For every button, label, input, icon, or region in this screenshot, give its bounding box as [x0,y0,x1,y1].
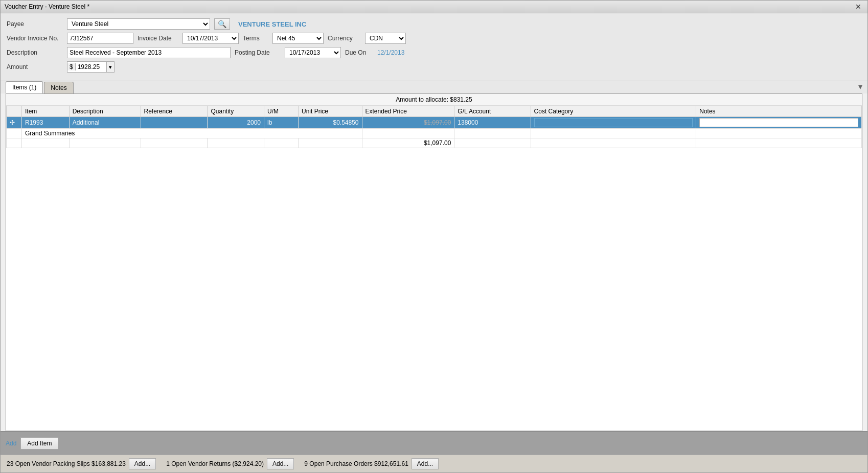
packing-slips-text: 23 Open Vendor Packing Slips $163,881.23 [7,460,126,467]
add-item-button[interactable]: Add Item [20,437,58,450]
tab-items[interactable]: Items (1) [6,81,43,93]
cell-item[interactable]: R1993 [22,117,70,129]
col-header-description: Description [69,106,141,117]
grand-total-empty3 [69,138,141,148]
grand-total-empty9 [531,138,696,148]
grand-summaries-icon [7,129,22,138]
packing-slips-add-button[interactable]: Add... [129,458,156,469]
payee-select[interactable]: Venture Steel [67,18,210,30]
amount-row: Amount $ 1928.25 ▼ [7,61,861,73]
payee-label: Payee [7,20,63,28]
currency-wrapper: CDN [365,33,406,44]
main-window: Voucher Entry - Venture Steel * ✕ Payee … [0,0,868,473]
amount-arrow[interactable]: ▼ [106,62,114,72]
cell-um[interactable]: lb [264,117,298,129]
vendor-invoice-input[interactable] [67,33,133,44]
amount-prefix: $ [67,63,76,70]
terms-label: Terms [243,35,268,42]
grand-summaries-spacer4 [696,129,862,138]
cell-extended-price[interactable]: $1,097.00 [362,117,454,129]
posting-date-wrapper: 10/17/2013 [285,47,341,58]
vendor-returns-status: 1 Open Vendor Returns ($2,924.20) Add... [166,458,294,469]
due-on-value: 12/1/2013 [377,49,404,56]
vendor-name: VENTURE STEEL INC [238,20,306,28]
tab-expand-icon[interactable]: ▾ [858,82,862,91]
tab-items-label: Items (1) [12,84,36,91]
terms-wrapper: Net 45 [272,33,324,44]
table-row[interactable]: ✣ R1993 Additional 2000 lb $0.54850 $1,0… [7,117,862,129]
amount-wrapper: $ 1928.25 ▼ [67,61,115,73]
posting-date-select[interactable]: 10/17/2013 [285,47,341,58]
bottom-toolbar: Add Add Item [1,431,867,455]
packing-slips-status: 23 Open Vendor Packing Slips $163,881.23… [7,458,156,469]
allocate-text: Amount to allocate: $831.25 [396,96,472,103]
row-icon-cell: ✣ [7,117,22,129]
cell-description[interactable]: Additional [69,117,141,129]
grand-total-empty6 [264,138,298,148]
grand-total-empty7 [299,138,362,148]
grand-total-empty2 [22,138,70,148]
col-header-cost-category: Cost Category [531,106,696,117]
cell-gl-account[interactable]: 138000 [454,117,531,129]
purchase-orders-add-button[interactable]: Add... [412,458,439,469]
payee-row: Payee Venture Steel 🔍 VENTURE STEEL INC [7,18,861,30]
col-header-icon [7,106,22,117]
cell-cost-category[interactable] [531,117,696,129]
grand-summaries-spacer2 [454,129,531,138]
col-header-extended-price: Extended Price [362,106,454,117]
description-label: Description [7,49,63,56]
cost-category-input[interactable] [534,118,693,127]
amount-label: Amount [7,63,63,70]
cell-quantity[interactable]: 2000 [208,117,264,129]
tab-notes[interactable]: Notes [44,82,73,93]
grand-summaries-label: Grand Summaries [22,129,362,138]
col-header-reference: Reference [141,106,208,117]
cell-unit-price[interactable]: $0.54850 [299,117,362,129]
grand-total-empty5 [208,138,264,148]
add-link[interactable]: Add [6,440,16,447]
grand-total-empty4 [141,138,208,148]
title-bar: Voucher Entry - Venture Steel * ✕ [1,1,867,13]
cell-reference[interactable] [141,117,208,129]
col-header-item: Item [22,106,70,117]
notes-input[interactable] [699,118,858,127]
grand-total-value: $1,097.00 [362,138,454,148]
window-title: Voucher Entry - Venture Steel * [5,3,89,10]
terms-select[interactable]: Net 45 [272,33,324,44]
invoice-date-label: Invoice Date [138,35,178,42]
invoice-date-wrapper: 10/17/2013 [182,33,239,44]
bottom-status: 23 Open Vendor Packing Slips $163,881.23… [1,455,867,472]
description-row: Description Posting Date 10/17/2013 Due … [7,47,861,58]
grand-total-empty10 [696,138,862,148]
invoice-date-select[interactable]: 10/17/2013 [182,33,239,44]
content-area: Amount to allocate: $831.25 Item Descrip… [6,93,862,431]
form-area: Payee Venture Steel 🔍 VENTURE STEEL INC … [1,13,867,81]
col-header-gl-account: G/L Account [454,106,531,117]
vendor-invoice-label: Vendor Invoice No. [7,35,63,42]
vendor-lookup-button[interactable]: 🔍 [214,18,230,30]
purchase-orders-status: 9 Open Purchase Orders $912,651.61 Add..… [304,458,439,469]
col-header-unit-price: Unit Price [299,106,362,117]
col-header-quantity: Quantity [208,106,264,117]
col-header-notes: Notes [696,106,862,117]
grand-total-row: $1,097.00 [7,138,862,148]
amount-value: 1928.25 [76,63,106,70]
grid-container[interactable]: Item Description Reference Quantity U/M … [6,106,862,431]
items-grid: Item Description Reference Quantity U/M … [6,106,862,148]
grand-total-empty8 [454,138,531,148]
description-input[interactable] [67,47,231,58]
row-expand-icon[interactable]: ✣ [10,119,15,126]
cell-notes[interactable] [696,117,862,129]
grand-summaries-row: Grand Summaries [7,129,862,138]
close-button[interactable]: ✕ [853,3,863,11]
grand-summaries-spacer3 [531,129,696,138]
posting-date-label: Posting Date [235,49,281,56]
due-on-label: Due On [345,49,373,56]
grand-summaries-spacer [362,129,454,138]
currency-select[interactable]: CDN [365,33,406,44]
grand-total-empty1 [7,138,22,148]
tabs-area: Items (1) Notes ▾ [1,81,867,93]
tab-notes-label: Notes [51,84,66,91]
purchase-orders-text: 9 Open Purchase Orders $912,651.61 [304,460,408,467]
vendor-returns-add-button[interactable]: Add... [267,458,294,469]
